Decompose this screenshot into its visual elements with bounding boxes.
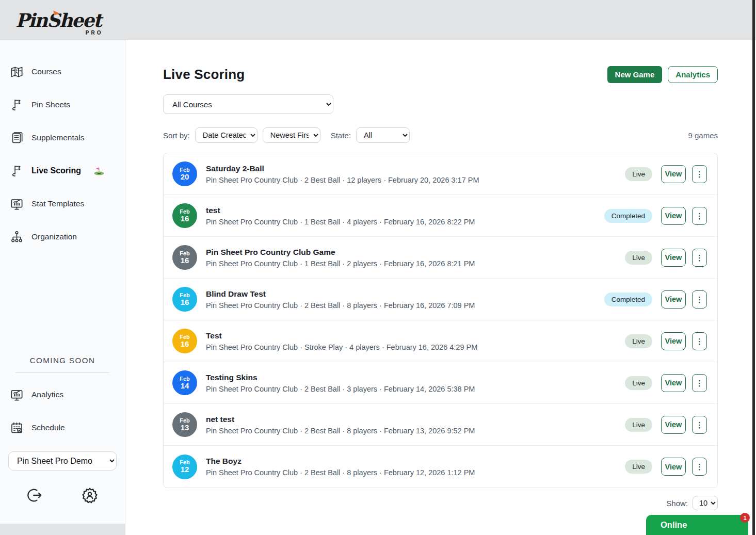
document-icon bbox=[9, 131, 24, 145]
game-options-button[interactable]: ⋮ bbox=[692, 332, 707, 350]
games-list: Feb 20 Saturday 2-Ball Pin Sheet Pro Cou… bbox=[163, 153, 718, 488]
game-date-month: Feb bbox=[180, 208, 190, 215]
game-date-day: 16 bbox=[181, 215, 189, 223]
sidebar-item-label: Live Scoring bbox=[31, 166, 81, 175]
game-date-day: 12 bbox=[181, 465, 189, 474]
game-date-month: Feb bbox=[180, 376, 190, 382]
game-options-button[interactable]: ⋮ bbox=[692, 458, 707, 476]
kebab-icon: ⋮ bbox=[696, 462, 703, 471]
kebab-icon: ⋮ bbox=[696, 253, 703, 262]
sidebar-item-pin-sheets[interactable]: Pin Sheets bbox=[0, 88, 125, 121]
game-date-day: 20 bbox=[181, 173, 189, 182]
view-button[interactable]: View bbox=[661, 165, 686, 183]
sidebar-item-label: Analytics bbox=[31, 390, 63, 399]
coming-soon-heading: COMING SOON bbox=[0, 356, 125, 365]
game-options-button[interactable]: ⋮ bbox=[692, 290, 707, 309]
view-button[interactable]: View bbox=[661, 332, 686, 350]
game-options-button[interactable]: ⋮ bbox=[692, 165, 707, 183]
game-status-badge: Live bbox=[625, 251, 652, 265]
game-date-day: 16 bbox=[181, 298, 189, 307]
golf-flag-icon bbox=[9, 164, 24, 178]
kebab-icon: ⋮ bbox=[696, 379, 703, 387]
show-label: Show: bbox=[666, 499, 688, 508]
game-title: net test bbox=[206, 415, 475, 424]
game-row: Feb 14 Testing Skins Pin Sheet Pro Count… bbox=[164, 362, 717, 404]
game-date-month: Feb bbox=[180, 292, 190, 298]
new-game-button[interactable]: New Game bbox=[607, 66, 663, 83]
kebab-icon: ⋮ bbox=[696, 170, 703, 179]
org-chart-icon bbox=[9, 230, 24, 244]
view-button[interactable]: View bbox=[661, 458, 686, 476]
sidebar-item-organization[interactable]: Organization bbox=[0, 220, 125, 253]
chat-widget[interactable]: Online 1 bbox=[646, 515, 748, 535]
game-date-day: 13 bbox=[181, 424, 189, 432]
game-title: Saturday 2-Ball bbox=[206, 164, 479, 173]
game-status-badge: Live bbox=[625, 376, 652, 390]
sidebar-scrollbar[interactable] bbox=[0, 524, 125, 535]
game-row: Feb 20 Saturday 2-Ball Pin Sheet Pro Cou… bbox=[164, 153, 717, 195]
monitor-chart-icon bbox=[9, 387, 24, 402]
page-title: Live Scoring bbox=[163, 67, 245, 83]
sidebar-item-label: Pin Sheets bbox=[31, 100, 70, 109]
logout-icon[interactable] bbox=[25, 485, 45, 506]
organization-select[interactable]: Pin Sheet Pro Demo bbox=[8, 451, 117, 471]
sidebar-item-live-scoring[interactable]: Live Scoring bbox=[0, 154, 125, 187]
view-button[interactable]: View bbox=[661, 374, 686, 392]
game-row: Feb 16 Test Pin Sheet Pro Country Club ·… bbox=[164, 320, 717, 362]
sidebar-item-schedule[interactable]: Schedule bbox=[0, 411, 125, 444]
sidebar-item-stat-templates[interactable]: Stat Templates bbox=[0, 187, 125, 220]
state-label: State: bbox=[331, 131, 351, 140]
analytics-button[interactable]: Analytics bbox=[668, 66, 718, 83]
game-status-badge: Completed bbox=[604, 209, 652, 223]
game-title: The Boyz bbox=[206, 457, 475, 466]
game-status-badge: Live bbox=[625, 167, 652, 181]
page-size-select[interactable]: 10 bbox=[693, 496, 718, 510]
sidebar-item-label: Organization bbox=[31, 232, 77, 241]
game-options-button[interactable]: ⋮ bbox=[692, 207, 707, 225]
game-status-badge: Completed bbox=[604, 293, 652, 306]
view-button[interactable]: View bbox=[661, 290, 686, 309]
kebab-icon: ⋮ bbox=[696, 295, 703, 304]
sidebar-item-label: Courses bbox=[31, 67, 61, 76]
sidebar-item-analytics[interactable]: Analytics bbox=[0, 378, 125, 411]
game-status-badge: Live bbox=[625, 334, 652, 348]
game-details: Pin Sheet Pro Country Club · 2 Best Ball… bbox=[206, 468, 475, 477]
game-row: Feb 16 test Pin Sheet Pro Country Club ·… bbox=[164, 195, 717, 237]
monitor-chart-icon bbox=[9, 197, 24, 211]
view-button[interactable]: View bbox=[661, 207, 686, 225]
golf-flag-icon bbox=[9, 98, 24, 112]
game-title: Testing Skins bbox=[206, 373, 475, 382]
state-filter-select[interactable]: All bbox=[356, 127, 410, 143]
sidebar-item-label: Stat Templates bbox=[31, 199, 84, 208]
sort-order-select[interactable]: Newest First bbox=[263, 127, 320, 143]
games-count: 9 games bbox=[688, 131, 718, 140]
divider bbox=[15, 372, 109, 373]
game-options-button[interactable]: ⋮ bbox=[692, 374, 707, 392]
game-title: test bbox=[206, 206, 475, 215]
sidebar-item-label: Supplementals bbox=[31, 133, 85, 142]
sidebar-item-supplementals[interactable]: Supplementals bbox=[0, 121, 125, 154]
game-date-badge: Feb 16 bbox=[172, 203, 197, 228]
game-details: Pin Sheet Pro Country Club · 2 Best Ball… bbox=[206, 176, 479, 184]
sidebar-item-courses[interactable]: Courses bbox=[0, 55, 125, 88]
game-title: Test bbox=[206, 331, 477, 341]
game-row: Feb 12 The Boyz Pin Sheet Pro Country Cl… bbox=[164, 446, 717, 488]
game-details: Pin Sheet Pro Country Club · 2 Best Ball… bbox=[206, 301, 475, 310]
sort-by-label: Sort by: bbox=[163, 131, 190, 140]
sidebar-item-label: Schedule bbox=[31, 423, 65, 432]
course-filter-select[interactable]: All Courses bbox=[163, 94, 333, 114]
game-status-badge: Live bbox=[625, 418, 652, 432]
game-date-day: 16 bbox=[181, 340, 189, 349]
game-date-month: Feb bbox=[180, 417, 190, 424]
game-date-badge: Feb 16 bbox=[172, 329, 197, 353]
game-options-button[interactable]: ⋮ bbox=[692, 416, 707, 434]
game-options-button[interactable]: ⋮ bbox=[692, 249, 707, 267]
game-row: Feb 16 Pin Sheet Pro Country Club Game P… bbox=[164, 237, 717, 279]
sort-field-select[interactable]: Date Created bbox=[195, 127, 258, 143]
game-row: Feb 16 Blind Draw Test Pin Sheet Pro Cou… bbox=[164, 279, 717, 320]
view-button[interactable]: View bbox=[661, 416, 686, 434]
kebab-icon: ⋮ bbox=[696, 212, 703, 220]
game-date-badge: Feb 16 bbox=[172, 245, 197, 270]
view-button[interactable]: View bbox=[661, 249, 686, 267]
account-settings-gear-icon[interactable] bbox=[79, 485, 100, 506]
